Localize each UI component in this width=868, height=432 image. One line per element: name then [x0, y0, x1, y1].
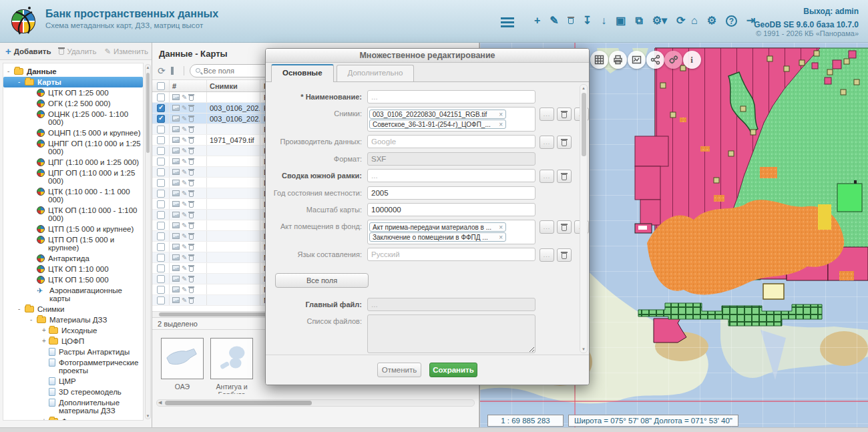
language-field[interactable] [367, 248, 535, 261]
image-icon[interactable] [172, 169, 180, 175]
tree-item[interactable]: Антарктида [3, 253, 143, 264]
tree-item[interactable]: - Карты [3, 77, 143, 87]
clear-button[interactable] [557, 170, 572, 183]
edit-icon[interactable]: ✎ [182, 169, 187, 176]
row-checkbox[interactable] [157, 179, 165, 187]
edit-icon[interactable]: ✎ [182, 254, 187, 261]
act-field[interactable]: Акт приема-передачи материалов в ...× За… [367, 220, 535, 244]
tab-main[interactable]: Основные [271, 64, 334, 82]
tree-item[interactable]: ЦТК (1:10 000 - 1:1 000 000) [3, 186, 143, 205]
delete-node-button[interactable]: Удалить [59, 47, 96, 55]
trash-icon[interactable] [189, 181, 194, 186]
edit-icon[interactable]: ✎ [182, 233, 187, 240]
twisty-icon[interactable]: - [18, 305, 25, 312]
thumbnail[interactable]: ОАЭ [160, 338, 204, 394]
row-checkbox[interactable] [157, 211, 165, 219]
tree-item[interactable]: Аэронавигационные карты [3, 285, 143, 304]
image-icon[interactable] [172, 158, 180, 164]
clear-button[interactable] [557, 248, 572, 262]
tree-item[interactable]: ЦТП ОП (1:5 000 и крупнее) [3, 234, 143, 253]
tab-extra[interactable]: Дополнительно [337, 65, 415, 81]
row-checkbox[interactable] [157, 243, 165, 251]
edit-node-button[interactable]: ✎Изменить [104, 47, 148, 56]
row-checkbox[interactable] [157, 126, 165, 134]
row-checkbox[interactable] [157, 254, 165, 262]
settings-icon[interactable]: ⚙ [707, 15, 716, 27]
tree-item[interactable]: + ЦОФП [3, 336, 143, 347]
edit-icon[interactable]: ✎ [182, 190, 187, 197]
tree-item[interactable]: Дополнительные материалы ДЗЗ [3, 397, 143, 416]
edit-icon[interactable]: ✎ [182, 265, 187, 272]
grid-button[interactable] [590, 51, 608, 69]
twisty-icon[interactable]: - [7, 67, 14, 75]
name-field[interactable] [367, 90, 535, 103]
image-icon[interactable] [172, 190, 180, 196]
external-link-icon[interactable]: ⧉ [635, 15, 642, 27]
tree-item[interactable]: ОГК (1:2 500 000) [3, 98, 143, 109]
help-icon[interactable]: ? [726, 15, 737, 27]
row-checkbox[interactable] [157, 222, 165, 230]
trash-icon[interactable] [189, 256, 194, 261]
year-field[interactable] [367, 186, 535, 200]
row-checkbox[interactable] [157, 158, 165, 166]
tree-item[interactable]: Растры Антарктиды [3, 347, 143, 357]
add-icon[interactable]: + [534, 15, 540, 27]
delete-icon[interactable] [568, 15, 574, 27]
image-icon[interactable] [172, 265, 180, 271]
image-icon[interactable] [172, 148, 180, 154]
trash-icon[interactable] [189, 192, 194, 197]
image-icon[interactable] [172, 212, 180, 218]
row-checkbox[interactable] [157, 275, 165, 283]
map-scale-indicator[interactable]: 1 : 69 885 283 [487, 415, 564, 427]
print-button[interactable] [609, 51, 627, 69]
trash-icon[interactable] [189, 149, 194, 154]
south-frame-field[interactable] [367, 169, 535, 182]
trash-icon[interactable] [189, 266, 194, 272]
refresh-icon[interactable]: ⟳ [676, 15, 685, 27]
tree-item[interactable]: 3D стереомодель [3, 387, 143, 397]
browse-button[interactable]: ... [539, 220, 554, 234]
clear-button[interactable] [557, 136, 572, 149]
snimki-field[interactable]: 003_0106_20220830_042151_RGB.tif× Советс… [367, 107, 535, 132]
clear-button[interactable] [557, 220, 572, 234]
file-list-field[interactable] [367, 314, 535, 353]
clear-button[interactable] [557, 107, 572, 121]
edit-icon[interactable]: ✎ [182, 137, 187, 144]
edit-icon[interactable]: ✎ [182, 116, 187, 122]
image-icon[interactable] [172, 137, 180, 143]
edit-icon[interactable]: ✎ [182, 105, 187, 112]
column-header-snimki[interactable]: Снимки [207, 80, 260, 91]
edit-icon[interactable]: ✎ [182, 222, 187, 229]
image-icon[interactable] [172, 105, 180, 111]
sort-icon[interactable]: ↓ [601, 15, 606, 27]
map-services-button[interactable] [664, 51, 682, 69]
row-checkbox[interactable] [157, 115, 165, 123]
save-button[interactable]: Сохранить [429, 363, 477, 377]
row-checkbox[interactable] [157, 286, 165, 294]
twisty-icon[interactable]: - [18, 78, 25, 85]
image-icon[interactable] [172, 201, 180, 207]
trash-icon[interactable] [189, 128, 194, 133]
twisty-icon[interactable]: - [30, 316, 37, 323]
row-checkbox[interactable] [157, 104, 165, 112]
trash-icon[interactable] [189, 138, 194, 144]
image-icon[interactable] [172, 244, 180, 250]
producer-field[interactable] [367, 135, 535, 148]
remove-tag-icon[interactable]: × [499, 121, 503, 128]
home-icon[interactable]: ⌂ [691, 15, 698, 27]
tree-item[interactable]: ЦТП (1:5 000 и крупнее) [3, 224, 143, 234]
edit-icon[interactable]: ✎ [182, 201, 187, 208]
trash-icon[interactable] [189, 234, 194, 240]
image-icon[interactable] [172, 180, 180, 186]
dialog-scrollbar[interactable]: ▲ ▼ [580, 84, 588, 353]
image-icon[interactable] [172, 276, 180, 282]
row-checkbox[interactable] [157, 136, 165, 144]
tree-item[interactable]: ЦМР [3, 376, 143, 387]
scroll-down-icon[interactable]: ▼ [146, 414, 150, 418]
image-icon[interactable] [172, 254, 180, 260]
panel-hscrollbar[interactable]: ◀ [156, 399, 475, 407]
download-icon[interactable]: ↧ [583, 15, 592, 27]
column-header-num[interactable]: # [170, 80, 207, 91]
trash-icon[interactable] [189, 160, 194, 165]
tree-item[interactable]: ЦТК ОП 1:10 000 [3, 264, 143, 274]
